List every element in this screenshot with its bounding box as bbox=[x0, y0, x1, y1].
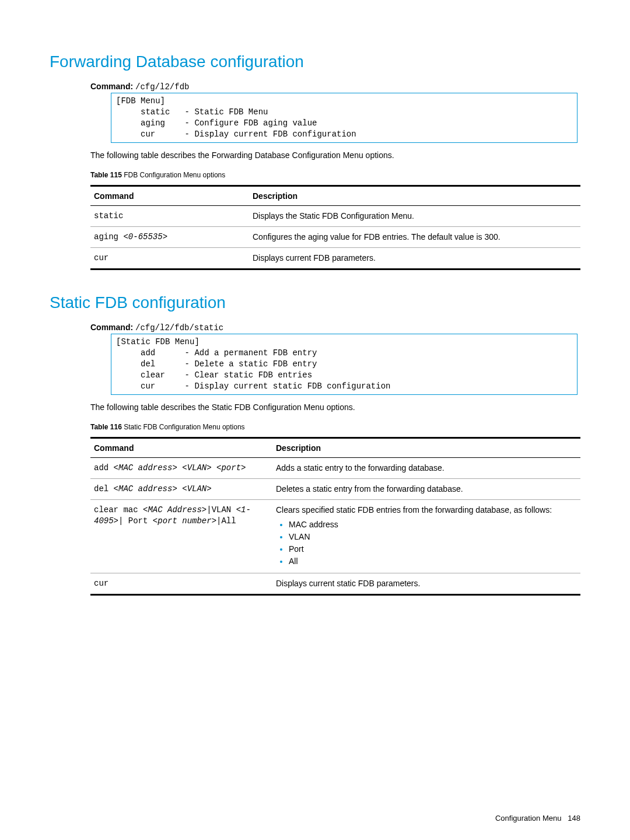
command-path: /cfg/l2/fdb bbox=[135, 82, 189, 92]
caption-bold: Table 115 bbox=[90, 171, 122, 179]
caption-bold: Table 116 bbox=[90, 423, 122, 431]
table-row: staticDisplays the Static FDB Configurat… bbox=[90, 206, 580, 227]
table115: Command Description staticDisplays the S… bbox=[90, 185, 580, 270]
section2-command-line: Command: /cfg/l2/fdb/static bbox=[90, 323, 580, 332]
description-cell: Adds a static entry to the forwarding da… bbox=[272, 458, 580, 479]
command-cell: clear mac <MAC Address>|VLAN <1-4095>| P… bbox=[90, 500, 272, 573]
description-lead: Clears specified static FDB entries from… bbox=[276, 505, 577, 516]
section2-intro: The following table describes the Static… bbox=[90, 402, 580, 413]
list-item: All bbox=[289, 556, 577, 567]
caption-rest: Static FDB Configuration Menu options bbox=[122, 423, 245, 431]
command-label: Command: bbox=[90, 323, 133, 332]
table-header-description: Description bbox=[272, 438, 580, 458]
table-row: del <MAC address> <VLAN>Deletes a static… bbox=[90, 479, 580, 500]
bullet-list: MAC addressVLANPortAll bbox=[276, 519, 577, 567]
command-label: Command: bbox=[90, 82, 133, 91]
document-page: Forwarding Database configuration Comman… bbox=[0, 0, 630, 840]
list-item: MAC address bbox=[289, 519, 577, 530]
table116-caption: Table 116 Static FDB Configuration Menu … bbox=[90, 423, 580, 431]
list-item: VLAN bbox=[289, 531, 577, 542]
description-cell: Clears specified static FDB entries from… bbox=[272, 500, 580, 573]
command-cell: aging <0-65535> bbox=[90, 227, 249, 248]
table115-caption: Table 115 FDB Configuration Menu options bbox=[90, 171, 580, 179]
caption-rest: FDB Configuration Menu options bbox=[122, 171, 225, 179]
section1-intro: The following table describes the Forwar… bbox=[90, 150, 580, 161]
section2-menu-box: [Static FDB Menu] add - Add a permanent … bbox=[111, 334, 578, 394]
table-header-description: Description bbox=[249, 186, 580, 206]
table-row: clear mac <MAC Address>|VLAN <1-4095>| P… bbox=[90, 500, 580, 573]
table-row: curDisplays current FDB parameters. bbox=[90, 248, 580, 270]
footer-page: 148 bbox=[568, 814, 580, 822]
table116: Command Description add <MAC address> <V… bbox=[90, 437, 580, 595]
description-cell: Configures the aging value for FDB entri… bbox=[249, 227, 580, 248]
description-cell: Displays current FDB parameters. bbox=[249, 248, 580, 270]
command-cell: del <MAC address> <VLAN> bbox=[90, 479, 272, 500]
section1-command-line: Command: /cfg/l2/fdb bbox=[90, 82, 580, 92]
list-item: Port bbox=[289, 544, 577, 555]
table-row: curDisplays current static FDB parameter… bbox=[90, 573, 580, 594]
table-row: aging <0-65535>Configures the aging valu… bbox=[90, 227, 580, 248]
command-cell: cur bbox=[90, 573, 272, 594]
table-header-command: Command bbox=[90, 186, 249, 206]
footer-label: Configuration Menu bbox=[495, 814, 561, 822]
section2-title: Static FDB configuration bbox=[50, 293, 580, 312]
table-header-command: Command bbox=[90, 438, 272, 458]
command-cell: cur bbox=[90, 248, 249, 270]
command-cell: add <MAC address> <VLAN> <port> bbox=[90, 458, 272, 479]
description-cell: Displays the Static FDB Configuration Me… bbox=[249, 206, 580, 227]
description-cell: Deletes a static entry from the forwardi… bbox=[272, 479, 580, 500]
section1-title: Forwarding Database configuration bbox=[50, 52, 580, 71]
command-cell: static bbox=[90, 206, 249, 227]
section1-menu-box: [FDB Menu] static - Static FDB Menu agin… bbox=[111, 93, 578, 143]
description-cell: Displays current static FDB parameters. bbox=[272, 573, 580, 594]
table-row: add <MAC address> <VLAN> <port>Adds a st… bbox=[90, 458, 580, 479]
page-footer: Configuration Menu 148 bbox=[495, 814, 580, 822]
command-path: /cfg/l2/fdb/static bbox=[135, 323, 223, 332]
